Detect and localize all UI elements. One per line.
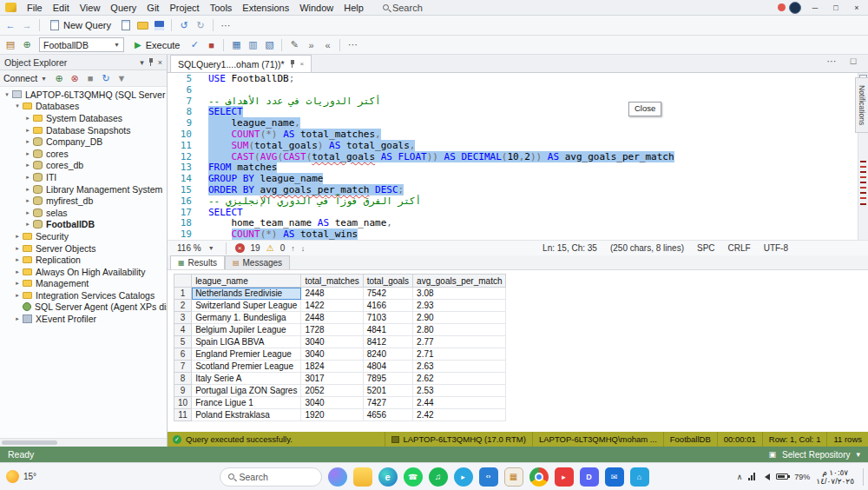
row-header[interactable]: 10 — [174, 397, 192, 409]
editor-code[interactable]: USE FootballDB;-- أكتر الدوريات في عدد ا… — [201, 73, 858, 240]
grid-cell[interactable]: 4166 — [363, 300, 412, 312]
tree-item-databases[interactable]: ▾Databases — [0, 101, 167, 113]
ssms-icon[interactable]: ▦ — [504, 467, 523, 487]
comment-icon[interactable]: ✎ — [287, 38, 301, 52]
volume-icon[interactable] — [761, 473, 770, 480]
query-tab[interactable]: SQLQuery1....oham (71))* × — [170, 55, 312, 72]
tree-item-myfirest-db[interactable]: ▸myfirest_db — [0, 195, 167, 207]
tree-item-cores[interactable]: ▸cores — [0, 148, 167, 160]
vscode-icon[interactable]: ‹› — [479, 467, 498, 487]
expander-icon[interactable]: ▸ — [23, 138, 32, 145]
expander-icon[interactable]: ▸ — [23, 221, 32, 228]
grid-cell[interactable]: Netherlands Eredivisie — [192, 288, 301, 300]
grid-cell[interactable]: 2.80 — [413, 324, 506, 336]
grid-cell[interactable]: 2448 — [301, 288, 363, 300]
stop-icon[interactable]: ■ — [83, 71, 97, 85]
taskbar-clock[interactable]: ١٠:٥٧ م ١٤/٠٧/٢٠٢٥ — [816, 468, 854, 486]
column-header-league-name[interactable]: league_name — [192, 275, 301, 288]
whatsapp-icon[interactable]: ☎ — [404, 467, 423, 487]
taskbar-search[interactable]: Search — [220, 467, 322, 487]
menu-help[interactable]: Help — [339, 2, 369, 14]
expander-icon[interactable]: ▸ — [13, 268, 22, 275]
save-icon[interactable] — [152, 18, 166, 32]
grid-cell[interactable]: Belgium Jupiler League — [192, 324, 301, 336]
column-header-total-matches[interactable]: total_matches — [301, 275, 363, 288]
tree-item-library-management-system[interactable]: ▸Library Management System — [0, 183, 167, 195]
grid-cell[interactable]: Portugal Liga ZON Sagres — [192, 385, 301, 397]
expander-icon[interactable]: ▾ — [13, 103, 22, 109]
menu-project[interactable]: Project — [164, 2, 204, 14]
new-file-icon[interactable] — [119, 18, 133, 32]
row-header[interactable]: 2 — [174, 300, 192, 312]
code-editor[interactable]: 5678910111213141516171819 USE FootballDB… — [168, 73, 868, 240]
code-line[interactable]: USE FootballDB; — [208, 74, 858, 85]
tree-item-always-on-high-availability[interactable]: ▸Always On High Availability — [0, 266, 167, 278]
parse-icon[interactable]: ✓ — [187, 38, 201, 52]
expander-icon[interactable]: ▸ — [23, 127, 32, 134]
expander-icon[interactable]: ▸ — [23, 186, 32, 193]
grid-cell[interactable]: 3.08 — [413, 288, 506, 300]
spaces-indicator[interactable]: SPC — [697, 243, 715, 253]
estimated-plan-icon[interactable]: ▥ — [246, 38, 260, 52]
expander-icon[interactable]: ▸ — [13, 315, 22, 322]
grid-cell[interactable]: 5201 — [363, 385, 412, 397]
toolbar-overflow-icon[interactable]: ⋯ — [345, 38, 359, 52]
code-line[interactable]: COUNT(*) AS total_wins — [208, 229, 858, 240]
tree-item-replication[interactable]: ▸Replication — [0, 254, 167, 266]
grid-cell[interactable]: 1422 — [301, 300, 363, 312]
tab-messages[interactable]: ▤Messages — [225, 255, 290, 269]
menu-tools[interactable]: Tools — [205, 2, 238, 14]
grid-cell[interactable]: 8240 — [363, 348, 412, 361]
grid-cell[interactable]: 2.90 — [413, 312, 506, 324]
close-panel-icon[interactable]: × — [158, 58, 162, 67]
close-tab-icon[interactable]: × — [300, 60, 305, 68]
grid-cell[interactable]: 7895 — [363, 373, 412, 385]
row-header[interactable]: 4 — [174, 324, 192, 336]
grid-cell[interactable]: France Ligue 1 — [192, 397, 301, 409]
scrollbar-thumb[interactable] — [2, 440, 57, 445]
forward-arrow-icon[interactable]: → — [20, 18, 34, 32]
expander-icon[interactable]: ▸ — [23, 162, 32, 169]
expander-icon[interactable]: ▸ — [23, 174, 32, 181]
outlook-icon[interactable]: ✉ — [605, 467, 624, 487]
grid-cell[interactable]: 2052 — [301, 385, 363, 397]
execute-button[interactable]: ▶ Execute — [129, 39, 185, 51]
battery-icon[interactable] — [776, 473, 788, 480]
error-count[interactable]: 19 — [251, 243, 260, 253]
float-window-icon[interactable]: □ — [846, 54, 860, 68]
grid-cell[interactable]: 3040 — [301, 348, 363, 361]
connect-server-icon[interactable]: ⊕ — [52, 71, 66, 85]
expander-icon[interactable]: ▸ — [13, 233, 22, 240]
grid-cell[interactable]: 7427 — [363, 397, 412, 409]
show-desktop-button[interactable] — [863, 468, 864, 486]
cancel-query-icon[interactable]: ■ — [204, 38, 218, 52]
grid-cell[interactable]: 7103 — [363, 312, 412, 324]
grid-cell[interactable]: Switzerland Super League — [192, 300, 301, 312]
row-header[interactable]: 1 — [174, 288, 192, 300]
notifications-side-tab[interactable]: Notifications — [855, 77, 868, 133]
file-explorer-icon[interactable] — [353, 467, 372, 487]
grid-cell[interactable]: 4841 — [363, 324, 412, 336]
tree-item-server-objects[interactable]: ▸Server Objects — [0, 242, 167, 255]
grid-cell[interactable]: 2.63 — [413, 361, 506, 373]
grid-cell[interactable]: 8412 — [363, 336, 412, 348]
redo-icon[interactable]: ↻ — [194, 18, 207, 32]
intellisense-icon[interactable]: ▦ — [229, 38, 243, 52]
grid-cell[interactable]: Poland Ekstraklasa — [192, 409, 301, 421]
menu-search[interactable]: Search — [376, 3, 430, 13]
tree-item-iti[interactable]: ▸ITI — [0, 171, 167, 183]
menu-file[interactable]: File — [22, 2, 48, 14]
tree-item-selas[interactable]: ▸selas — [0, 207, 167, 219]
zoom-selector[interactable]: 116 % ▼ — [174, 243, 217, 253]
open-file-icon[interactable] — [135, 18, 149, 32]
disconnect-icon[interactable]: ⊗ — [68, 71, 82, 85]
indent-icon[interactable]: » — [304, 38, 318, 52]
line-ending-indicator[interactable]: CRLF — [728, 243, 751, 253]
column-header-avg-goals-per-match[interactable]: avg_goals_per_match — [413, 275, 506, 288]
undo-icon[interactable]: ↺ — [177, 18, 191, 32]
tree-item-integration-services-catalogs[interactable]: ▸Integration Services Catalogs — [0, 289, 167, 301]
close-button[interactable]: × — [846, 0, 867, 15]
row-header[interactable]: 3 — [174, 312, 192, 324]
tree-item-footballdb[interactable]: ▸FootballDB — [0, 219, 167, 231]
weather-widget[interactable]: 15° — [6, 470, 36, 483]
